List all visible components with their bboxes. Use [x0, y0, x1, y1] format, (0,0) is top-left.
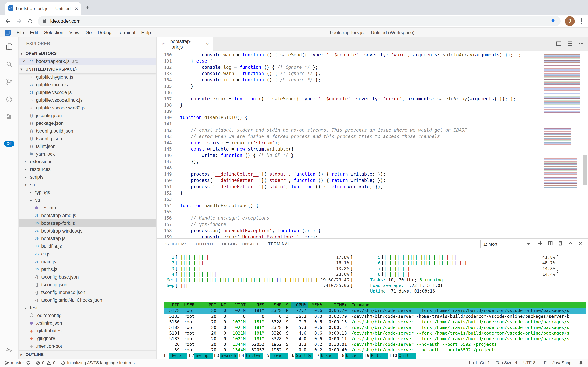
extensions-icon[interactable] [5, 113, 14, 122]
tree-item-src[interactable]: ▾src [19, 181, 156, 189]
menu-edit[interactable]: Edit [27, 30, 41, 35]
split-editor-icon[interactable] [556, 41, 562, 48]
tree-item-bootstrap-window.js[interactable]: JSbootstrap-window.js [19, 227, 156, 235]
fkey-f9[interactable]: F9Kill [363, 353, 388, 359]
editor-scrollbar[interactable] [583, 51, 588, 239]
tree-item-bootstrap-fork.js[interactable]: JSbootstrap-fork.js [19, 219, 156, 227]
fkey-f2[interactable]: F2Setup [188, 353, 213, 359]
terminal-select[interactable]: 1: htop [480, 240, 533, 248]
scrollbar-thumb[interactable] [583, 155, 587, 184]
forward-icon[interactable] [16, 18, 23, 25]
explorer-icon[interactable] [5, 42, 14, 51]
tree-item-tslint.json[interactable]: {}tslint.json [19, 142, 156, 150]
tree-item-cli.js[interactable]: JScli.js [19, 250, 156, 258]
close-editor-icon[interactable]: × [23, 59, 29, 64]
open-editor-item[interactable]: × JS bootstrap-fork.js src [19, 58, 156, 65]
close-panel-icon[interactable] [578, 241, 583, 248]
minimap[interactable] [542, 51, 582, 197]
editor-tab-close-icon[interactable]: × [206, 42, 209, 47]
off-badge[interactable]: Off [4, 141, 14, 147]
kill-terminal-icon[interactable] [557, 241, 563, 248]
tree-item-gulpfile.vscode.win32.js[interactable]: JSgulpfile.vscode.win32.js [19, 104, 156, 112]
fkey-f5[interactable]: F5Tree [263, 353, 288, 359]
tree-item-.eslintrc[interactable]: .eslintrc [19, 204, 156, 212]
maximize-panel-icon[interactable] [568, 241, 573, 248]
tree-item-scripts[interactable]: ▸scripts [19, 173, 156, 181]
menu-help[interactable]: Help [138, 30, 154, 35]
fkey-f1[interactable]: F1Help [164, 353, 188, 359]
tree-item-bootstrap.js[interactable]: JSbootstrap.js [19, 235, 156, 242]
profile-avatar[interactable]: J [565, 16, 575, 26]
tree-item-tsconfig.json[interactable]: {}tsconfig.json [19, 281, 156, 289]
code-editor[interactable]: 1301311321331341351361371381391401411421… [157, 51, 588, 239]
fkey-f6[interactable]: F6SortBy [288, 353, 313, 359]
tree-item-tsconfig.monaco.json[interactable]: {}tsconfig.monaco.json [19, 289, 156, 296]
tree-item-gulpfile.vscode.js[interactable]: JSgulpfile.vscode.js [19, 89, 156, 96]
menu-go[interactable]: Go [83, 30, 95, 35]
cursor-position[interactable]: Ln 1, Col 1 [469, 360, 490, 365]
toggle-layout-icon[interactable] [567, 41, 573, 48]
address-bar[interactable]: ide.coder.com [38, 16, 560, 26]
encoding[interactable]: UTF-8 [523, 360, 536, 365]
language-status-message[interactable]: Initializing JS/TS language features [61, 360, 135, 365]
tree-item-tsconfig.strictNullChecks.json[interactable]: {}tsconfig.strictNullChecks.json [19, 296, 156, 304]
branch-status[interactable]: master [5, 360, 31, 365]
tab-close-icon[interactable]: × [75, 6, 78, 11]
open-editors-header[interactable]: ▾ OPEN EDITORS [19, 49, 156, 58]
editor-tab[interactable]: JS bootstrap-fork.js × [157, 37, 213, 51]
language-mode[interactable]: JavaScript [553, 360, 573, 365]
tree-item-.editorconfig[interactable]: .editorconfig [19, 312, 156, 319]
tree-item-yarn.lock[interactable]: yarn.lock [19, 150, 156, 158]
tree-item-typings[interactable]: ▸typings [19, 189, 156, 196]
tree-item-bootstrap-amd.js[interactable]: JSbootstrap-amd.js [19, 212, 156, 219]
tree-item-paths.js[interactable]: JSpaths.js [19, 266, 156, 273]
tree-item-.eslintrc.json[interactable]: .eslintrc.json [19, 319, 156, 327]
fkey-f8[interactable]: F8Nice + [338, 353, 363, 359]
settings-gear-icon[interactable] [5, 346, 14, 355]
tree-item-gulpfile.hygiene.js[interactable]: JSgulpfile.hygiene.js [19, 73, 156, 81]
fkey-f3[interactable]: F3Search [213, 353, 238, 359]
menu-selection[interactable]: Selection [41, 30, 66, 35]
tree-item-tsconfig.base.json[interactable]: {}tsconfig.base.json [19, 273, 156, 281]
menu-view[interactable]: View [66, 30, 83, 35]
browser-tab[interactable]: bootstrap-fork.js — Untitled (W × [5, 2, 81, 15]
fkey-f10[interactable]: F10Quit [388, 353, 415, 359]
panel-tab-debug-console[interactable]: DEBUG CONSOLE [222, 239, 260, 249]
tree-item-jsconfig.json[interactable]: {}jsconfig.json [19, 112, 156, 120]
reload-icon[interactable] [27, 18, 33, 24]
indentation[interactable]: Tab Size: 4 [496, 360, 517, 365]
outline-header[interactable]: ▸ OUTLINE [19, 350, 156, 359]
tree-item-tsconfig.json[interactable]: {}tsconfig.json [19, 135, 156, 142]
browser-menu-icon[interactable] [579, 18, 583, 24]
panel-tab-terminal[interactable]: TERMINAL [268, 239, 290, 249]
more-actions-icon[interactable] [578, 41, 584, 48]
menu-debug[interactable]: Debug [95, 30, 115, 35]
split-terminal-icon[interactable] [547, 241, 553, 248]
tree-item-.mention-bot[interactable]: .mention-bot [19, 342, 156, 350]
menu-terminal[interactable]: Terminal [115, 30, 138, 35]
tree-item-resources[interactable]: ▸resources [19, 166, 156, 173]
new-tab-button[interactable] [85, 4, 90, 11]
fkey-f4[interactable]: F4Filter [238, 353, 263, 359]
eol-sequence[interactable]: LF [541, 360, 547, 365]
source-control-icon[interactable] [5, 77, 14, 86]
panel-tab-output[interactable]: OUTPUT [196, 239, 214, 249]
new-terminal-icon[interactable] [538, 241, 543, 248]
tree-item-buildfile.js[interactable]: JSbuildfile.js [19, 242, 156, 250]
tree-item-package.json[interactable]: {}package.json [19, 119, 156, 127]
search-icon[interactable] [5, 60, 14, 69]
debug-icon[interactable] [5, 95, 14, 104]
fkey-f7[interactable]: F7Nice - [313, 353, 338, 359]
panel-tab-problems[interactable]: PROBLEMS [164, 239, 188, 249]
problems-status[interactable]: 0 0 [36, 360, 56, 365]
tree-item-vs[interactable]: ▸vs [19, 196, 156, 204]
workspace-header[interactable]: ▾ UNTITLED (WORKSPACE) [19, 65, 156, 73]
tree-item-gulpfile.vscode.linux.js[interactable]: JSgulpfile.vscode.linux.js [19, 96, 156, 104]
back-icon[interactable] [5, 18, 11, 25]
menu-file[interactable]: File [14, 30, 27, 35]
tree-item-main.js[interactable]: JSmain.js [19, 258, 156, 266]
notifications-bell-icon[interactable] [579, 360, 583, 366]
tree-item-.gitattributes[interactable]: ◆.gitattributes [19, 327, 156, 335]
tree-item-extensions[interactable]: ▸extensions [19, 158, 156, 166]
tree-item-gulpfile.mixin.js[interactable]: JSgulpfile.mixin.js [19, 81, 156, 89]
